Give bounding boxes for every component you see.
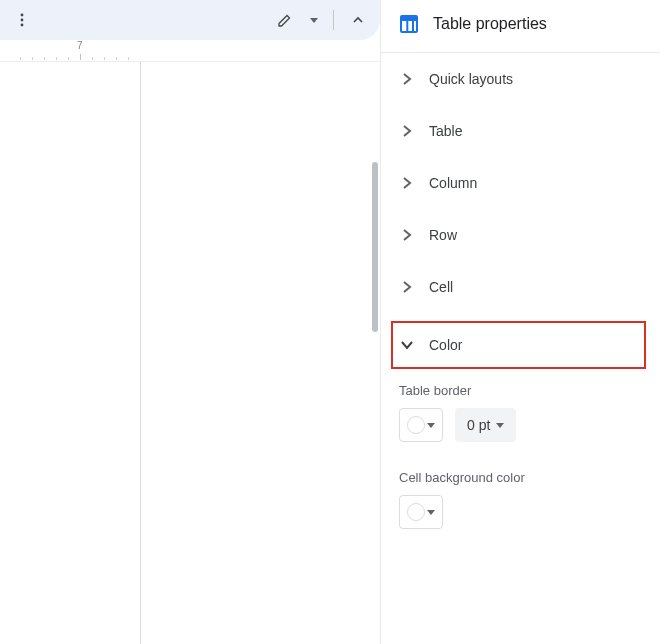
more-vertical-icon <box>14 12 30 28</box>
chevron-right-icon <box>399 175 415 191</box>
section-label: Table <box>429 123 462 139</box>
section-label: Cell <box>429 279 453 295</box>
svg-rect-4 <box>401 16 417 21</box>
table-icon <box>399 14 419 34</box>
section-label: Color <box>429 337 462 353</box>
chevron-right-icon <box>399 279 415 295</box>
chevron-up-icon <box>351 13 365 27</box>
section-label: Quick layouts <box>429 71 513 87</box>
pencil-icon <box>277 12 293 28</box>
border-width-value: 0 pt <box>467 417 490 433</box>
document-canvas[interactable] <box>0 62 380 644</box>
scrollbar-thumb[interactable] <box>372 162 378 332</box>
border-color-picker[interactable] <box>399 408 443 442</box>
panel-header: Table properties <box>381 0 660 52</box>
section-color[interactable]: Color <box>391 321 646 369</box>
edit-mode-button[interactable] <box>271 6 299 34</box>
chevron-down-icon <box>427 423 435 428</box>
more-options-button[interactable] <box>8 6 36 34</box>
chevron-right-icon <box>399 227 415 243</box>
table-border-controls: 0 pt <box>381 408 660 464</box>
svg-point-1 <box>21 19 24 22</box>
chevron-down-icon <box>496 423 504 428</box>
panel-title: Table properties <box>433 15 547 33</box>
ruler-tick-label: 7 <box>77 40 83 51</box>
toolbar <box>0 0 380 40</box>
table-border-label: Table border <box>381 377 660 408</box>
section-row[interactable]: Row <box>381 209 660 261</box>
border-width-picker[interactable]: 0 pt <box>455 408 516 442</box>
collapse-toolbar-button[interactable] <box>344 6 372 34</box>
chevron-down-icon <box>427 510 435 515</box>
cell-bg-label: Cell background color <box>381 464 660 495</box>
section-cell[interactable]: Cell <box>381 261 660 313</box>
color-swatch-icon <box>407 503 425 521</box>
page-edge <box>140 62 141 644</box>
section-label: Column <box>429 175 477 191</box>
section-table[interactable]: Table <box>381 105 660 157</box>
chevron-down-icon <box>310 18 318 23</box>
section-quick-layouts[interactable]: Quick layouts <box>381 53 660 105</box>
chevron-right-icon <box>399 123 415 139</box>
document-pane: 7 <box>0 0 380 644</box>
section-label: Row <box>429 227 457 243</box>
color-swatch-icon <box>407 416 425 434</box>
cell-bg-controls <box>381 495 660 551</box>
svg-point-0 <box>21 14 24 17</box>
ruler[interactable]: 7 <box>0 40 380 62</box>
section-column[interactable]: Column <box>381 157 660 209</box>
chevron-right-icon <box>399 71 415 87</box>
toolbar-divider <box>333 10 334 30</box>
table-properties-panel: Table properties Quick layouts Table Col… <box>380 0 660 644</box>
cell-bg-color-picker[interactable] <box>399 495 443 529</box>
chevron-down-icon <box>399 337 415 353</box>
svg-point-2 <box>21 24 24 27</box>
edit-mode-dropdown[interactable] <box>305 6 323 34</box>
